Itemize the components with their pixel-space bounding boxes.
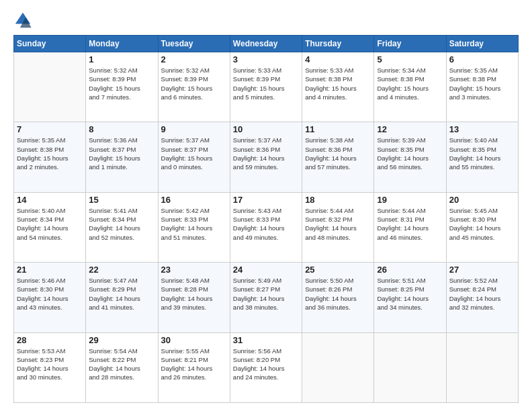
calendar-day-cell: 18Sunrise: 5:44 AM Sunset: 8:32 PM Dayli…: [302, 192, 374, 262]
calendar-week-row: 21Sunrise: 5:46 AM Sunset: 8:30 PM Dayli…: [14, 263, 519, 332]
day-info: Sunrise: 5:43 AM Sunset: 8:33 PM Dayligh…: [233, 206, 299, 242]
day-info: Sunrise: 5:39 AM Sunset: 8:35 PM Dayligh…: [377, 136, 443, 171]
calendar-day-cell: 17Sunrise: 5:43 AM Sunset: 8:33 PM Dayli…: [230, 192, 302, 262]
day-info: Sunrise: 5:55 AM Sunset: 8:21 PM Dayligh…: [161, 347, 227, 382]
calendar-day-cell: [446, 332, 518, 402]
day-number: 30: [161, 335, 227, 345]
day-info: Sunrise: 5:47 AM Sunset: 8:29 PM Dayligh…: [89, 276, 154, 312]
calendar-header-cell: Tuesday: [158, 36, 230, 52]
day-info: Sunrise: 5:32 AM Sunset: 8:39 PM Dayligh…: [161, 66, 227, 101]
calendar-day-cell: [14, 52, 86, 122]
calendar-day-cell: 4Sunrise: 5:33 AM Sunset: 8:38 PM Daylig…: [302, 52, 374, 122]
day-info: Sunrise: 5:35 AM Sunset: 8:38 PM Dayligh…: [449, 66, 515, 101]
day-number: 17: [233, 195, 299, 205]
day-number: 9: [161, 124, 227, 134]
calendar-day-cell: 22Sunrise: 5:47 AM Sunset: 8:29 PM Dayli…: [86, 263, 158, 332]
calendar-week-row: 7Sunrise: 5:35 AM Sunset: 8:38 PM Daylig…: [14, 122, 519, 192]
day-info: Sunrise: 5:32 AM Sunset: 8:39 PM Dayligh…: [89, 66, 154, 101]
day-info: Sunrise: 5:37 AM Sunset: 8:36 PM Dayligh…: [233, 136, 299, 171]
day-number: 15: [89, 195, 154, 205]
day-number: 13: [449, 124, 515, 134]
day-number: 7: [17, 124, 83, 134]
calendar-day-cell: 8Sunrise: 5:36 AM Sunset: 8:37 PM Daylig…: [86, 122, 158, 192]
day-info: Sunrise: 5:41 AM Sunset: 8:34 PM Dayligh…: [89, 206, 154, 242]
calendar-day-cell: 30Sunrise: 5:55 AM Sunset: 8:21 PM Dayli…: [158, 332, 230, 402]
calendar-day-cell: 31Sunrise: 5:56 AM Sunset: 8:20 PM Dayli…: [230, 332, 302, 402]
calendar-day-cell: 7Sunrise: 5:35 AM Sunset: 8:38 PM Daylig…: [14, 122, 86, 192]
calendar-day-cell: 24Sunrise: 5:49 AM Sunset: 8:27 PM Dayli…: [230, 263, 302, 332]
calendar-header-cell: Sunday: [14, 36, 86, 52]
day-number: 16: [161, 195, 227, 205]
calendar-day-cell: 12Sunrise: 5:39 AM Sunset: 8:35 PM Dayli…: [374, 122, 446, 192]
calendar-day-cell: 23Sunrise: 5:48 AM Sunset: 8:28 PM Dayli…: [158, 263, 230, 332]
calendar-day-cell: 21Sunrise: 5:46 AM Sunset: 8:30 PM Dayli…: [14, 263, 86, 332]
calendar-day-cell: 20Sunrise: 5:45 AM Sunset: 8:30 PM Dayli…: [446, 192, 518, 262]
day-number: 18: [305, 195, 371, 205]
calendar-day-cell: 2Sunrise: 5:32 AM Sunset: 8:39 PM Daylig…: [158, 52, 230, 122]
header: [13, 11, 519, 30]
calendar-header-cell: Saturday: [446, 36, 518, 52]
day-info: Sunrise: 5:54 AM Sunset: 8:22 PM Dayligh…: [89, 347, 154, 382]
calendar-header-cell: Wednesday: [230, 36, 302, 52]
logo: [13, 11, 35, 30]
day-number: 19: [377, 195, 443, 205]
day-info: Sunrise: 5:35 AM Sunset: 8:38 PM Dayligh…: [17, 136, 83, 171]
calendar-day-cell: 9Sunrise: 5:37 AM Sunset: 8:37 PM Daylig…: [158, 122, 230, 192]
day-number: 31: [233, 335, 299, 345]
day-number: 4: [305, 54, 371, 64]
day-number: 6: [449, 54, 515, 64]
calendar-day-cell: 5Sunrise: 5:34 AM Sunset: 8:38 PM Daylig…: [374, 52, 446, 122]
day-number: 24: [233, 265, 299, 275]
calendar-day-cell: 15Sunrise: 5:41 AM Sunset: 8:34 PM Dayli…: [86, 192, 158, 262]
day-info: Sunrise: 5:34 AM Sunset: 8:38 PM Dayligh…: [377, 66, 443, 101]
calendar-day-cell: 27Sunrise: 5:52 AM Sunset: 8:24 PM Dayli…: [446, 263, 518, 332]
day-number: 11: [305, 124, 371, 134]
day-number: 27: [449, 265, 515, 275]
calendar-day-cell: 29Sunrise: 5:54 AM Sunset: 8:22 PM Dayli…: [86, 332, 158, 402]
calendar-day-cell: 3Sunrise: 5:33 AM Sunset: 8:39 PM Daylig…: [230, 52, 302, 122]
day-info: Sunrise: 5:44 AM Sunset: 8:32 PM Dayligh…: [305, 206, 371, 242]
day-number: 8: [89, 124, 154, 134]
calendar-day-cell: [374, 332, 446, 402]
calendar-day-cell: 11Sunrise: 5:38 AM Sunset: 8:36 PM Dayli…: [302, 122, 374, 192]
calendar-day-cell: 1Sunrise: 5:32 AM Sunset: 8:39 PM Daylig…: [86, 52, 158, 122]
day-info: Sunrise: 5:37 AM Sunset: 8:37 PM Dayligh…: [161, 136, 227, 171]
day-info: Sunrise: 5:42 AM Sunset: 8:33 PM Dayligh…: [161, 206, 227, 242]
calendar-week-row: 1Sunrise: 5:32 AM Sunset: 8:39 PM Daylig…: [14, 52, 519, 122]
calendar-day-cell: 26Sunrise: 5:51 AM Sunset: 8:25 PM Dayli…: [374, 263, 446, 332]
calendar-week-row: 28Sunrise: 5:53 AM Sunset: 8:23 PM Dayli…: [14, 332, 519, 402]
day-number: 10: [233, 124, 299, 134]
day-number: 2: [161, 54, 227, 64]
day-info: Sunrise: 5:53 AM Sunset: 8:23 PM Dayligh…: [17, 347, 83, 382]
day-info: Sunrise: 5:44 AM Sunset: 8:31 PM Dayligh…: [377, 206, 443, 242]
calendar-week-row: 14Sunrise: 5:40 AM Sunset: 8:34 PM Dayli…: [14, 192, 519, 262]
day-info: Sunrise: 5:52 AM Sunset: 8:24 PM Dayligh…: [449, 276, 515, 312]
calendar-day-cell: 16Sunrise: 5:42 AM Sunset: 8:33 PM Dayli…: [158, 192, 230, 262]
day-number: 29: [89, 335, 154, 345]
day-number: 14: [17, 195, 83, 205]
day-info: Sunrise: 5:36 AM Sunset: 8:37 PM Dayligh…: [89, 136, 154, 171]
day-info: Sunrise: 5:33 AM Sunset: 8:39 PM Dayligh…: [233, 66, 299, 101]
calendar-day-cell: 25Sunrise: 5:50 AM Sunset: 8:26 PM Dayli…: [302, 263, 374, 332]
day-number: 1: [89, 54, 154, 64]
day-number: 3: [233, 54, 299, 64]
calendar-day-cell: [302, 332, 374, 402]
day-number: 21: [17, 265, 83, 275]
calendar-header-cell: Friday: [374, 36, 446, 52]
day-number: 26: [377, 265, 443, 275]
page: SundayMondayTuesdayWednesdayThursdayFrid…: [0, 0, 532, 411]
day-info: Sunrise: 5:33 AM Sunset: 8:38 PM Dayligh…: [305, 66, 371, 101]
day-number: 25: [305, 265, 371, 275]
day-number: 12: [377, 124, 443, 134]
calendar-day-cell: 28Sunrise: 5:53 AM Sunset: 8:23 PM Dayli…: [14, 332, 86, 402]
day-number: 28: [17, 335, 83, 345]
day-number: 22: [89, 265, 154, 275]
day-info: Sunrise: 5:56 AM Sunset: 8:20 PM Dayligh…: [233, 347, 299, 382]
calendar-day-cell: 6Sunrise: 5:35 AM Sunset: 8:38 PM Daylig…: [446, 52, 518, 122]
day-info: Sunrise: 5:49 AM Sunset: 8:27 PM Dayligh…: [233, 276, 299, 312]
day-number: 5: [377, 54, 443, 64]
day-number: 23: [161, 265, 227, 275]
logo-icon: [13, 11, 32, 30]
day-info: Sunrise: 5:50 AM Sunset: 8:26 PM Dayligh…: [305, 276, 371, 312]
day-info: Sunrise: 5:45 AM Sunset: 8:30 PM Dayligh…: [449, 206, 515, 242]
